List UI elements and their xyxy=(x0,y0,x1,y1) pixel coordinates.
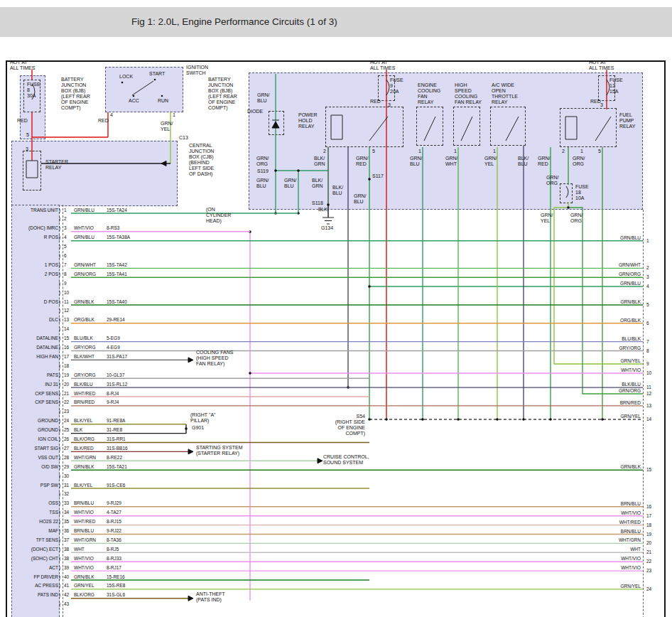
pcm-pin-number: 3 xyxy=(64,225,67,230)
wire-color-label: GRN/BLU xyxy=(74,208,94,213)
right-wire-color-label: GRN/YEL xyxy=(605,414,641,419)
wire-color-label: WHT/VIO xyxy=(74,225,94,230)
pcm-pin-number: 1 xyxy=(64,208,67,213)
high-speed-cooling-fan-relay-box xyxy=(453,107,480,146)
pcm-pin-number: 8 xyxy=(64,272,67,277)
pin-bracket: ) xyxy=(59,354,60,359)
pcm-pin-number: 24 xyxy=(64,418,69,423)
label-red3: RED xyxy=(370,99,381,104)
fuel-pump-relay-box xyxy=(560,108,617,147)
pin-bracket: ) xyxy=(59,336,60,340)
right-wire-color-label: BRN/BLU xyxy=(605,501,641,506)
label-bjb1: BATTERY JUNCTION BOX (BJB) (LEFT REAR OF… xyxy=(61,77,90,111)
pcm-pin-number: 4 xyxy=(64,235,67,240)
label-start: START xyxy=(149,71,165,77)
engine-cooling-fan-relay-box xyxy=(416,107,443,146)
label-w-grnyel1: GRN/ YEL xyxy=(484,156,497,167)
label-w-blkgrn2: BLK/ GRN xyxy=(312,178,323,189)
circuit-number-label: 9-RJ29 xyxy=(107,500,121,505)
label-red1: RED xyxy=(17,118,28,124)
pcm-pin-number: 18 xyxy=(64,363,69,368)
label-pin1b: 1 xyxy=(418,149,421,154)
circuit-number-label: 9-RJ4 xyxy=(107,399,119,404)
label-pin2a: 2 xyxy=(323,149,326,154)
pin-bracket: ) xyxy=(59,556,60,561)
pcm-pin-group-label: O/D SW xyxy=(13,464,58,469)
label-s118: S118 xyxy=(312,200,323,206)
fuse18-box xyxy=(560,183,573,203)
pin-bracket: ) xyxy=(59,208,60,213)
pcm-pin-number: 41 xyxy=(64,583,69,588)
pcm-pin-number: 23 xyxy=(64,409,69,414)
pcm-pin-group-label: ACT xyxy=(13,565,58,570)
pin-bracket: ) xyxy=(59,326,60,331)
right-pin-number: 7 xyxy=(646,339,649,344)
wire-color-label: BLK/RED xyxy=(74,446,94,451)
label-cooling-fans: COOLING FANS (HIGH SPEED FAN RELAY) xyxy=(196,350,234,367)
pin-bracket: ) xyxy=(59,473,60,478)
circuit-number-label: 31-RE8 xyxy=(107,427,122,432)
right-wire-color-label: BLK/BLU xyxy=(605,382,641,387)
right-pin-number: 16 xyxy=(646,504,651,509)
pin-bracket: ) xyxy=(59,565,60,570)
right-pin-number: 23 xyxy=(646,568,651,573)
pin-bracket: ) xyxy=(59,253,60,258)
wire-color-label: WHT/RED xyxy=(74,391,95,396)
circuit-number-label: 31S-BB16 xyxy=(107,446,128,451)
wire-color-label: BRN/RED xyxy=(74,399,94,404)
label-pin5c: 5 xyxy=(598,149,601,154)
pcm-pin-number: 34 xyxy=(64,510,69,515)
right-wire-color-label: GRN/BLU xyxy=(605,235,641,240)
circuit-number-label: 9-RJ22 xyxy=(107,528,121,533)
right-pin-number: 12 xyxy=(646,391,651,396)
label-hot3: HOT AT ALL TIMES xyxy=(589,60,614,71)
circuit-number-label: 15S-RE8 xyxy=(107,583,125,588)
right-wire-color-label: WHT/GRN xyxy=(605,537,641,542)
power-hold-relay-box xyxy=(325,107,403,147)
pin-bracket: ) xyxy=(59,290,60,295)
label-starter-relay: STARTER RELAY xyxy=(45,159,68,171)
label-w-grnorg2: GRN/ ORG xyxy=(573,156,585,167)
ignition-switch-region xyxy=(105,67,183,112)
right-wire-color-label: GRY/ORG xyxy=(605,345,641,350)
label-lock: LOCK xyxy=(119,74,133,80)
right-pin-number: 17 xyxy=(646,513,651,518)
pin-bracket: ) xyxy=(59,427,60,432)
pcm-pin-group-label: TSS xyxy=(13,510,58,515)
pcm-pin-group-label: OSS xyxy=(13,500,58,505)
pin-bracket: ) xyxy=(59,244,60,249)
pcm-pin-group-label: TFT SENS xyxy=(13,537,58,542)
label-acc: ACC xyxy=(129,98,139,104)
pin-bracket: ) xyxy=(59,225,60,230)
label-w-grnorg3: GRN/ ORG xyxy=(546,175,559,186)
right-wire-color-label: GRN/YEL xyxy=(605,358,641,363)
label-g901: G901 xyxy=(192,425,204,431)
wire-color-label: GRN/BLU xyxy=(74,235,94,240)
pcm-pin-number: 38 xyxy=(64,556,69,561)
pin-bracket: ) xyxy=(59,483,60,488)
wiring-diagram: HOT AT ALL TIMESFUSE 8 30ABATTERY JUNCTI… xyxy=(0,0,672,617)
label-w-grnblu1: GRN/ BLU xyxy=(410,156,423,167)
label-g134: G134 xyxy=(321,225,333,231)
pin-bracket: ) xyxy=(59,345,60,350)
pcm-pin-group-label: AC PRESS xyxy=(13,583,58,588)
wire-color-label: WHT/RED xyxy=(74,519,95,524)
label-diode: DIODE xyxy=(247,109,263,114)
label-power-hold: POWER HOLD RELAY xyxy=(298,112,317,129)
label-w-grnorg1: GRN/ ORG xyxy=(256,156,269,167)
diode-box xyxy=(269,111,284,135)
circuit-number-label: 15S-TA42 xyxy=(107,262,127,267)
wire-color-label: GRY/ORG xyxy=(74,345,96,350)
pcm-pin-number: 11 xyxy=(64,299,69,304)
right-wire-color-label: BRN/RED xyxy=(605,400,641,405)
right-wire-color-label: WHT/VIO xyxy=(605,510,641,515)
pcm-pin-group-label: R POS xyxy=(13,235,58,240)
label-w-grnyel2: GRN/ YEL xyxy=(541,213,553,224)
circuit-number-label: 15S-TA21 xyxy=(107,464,127,469)
label-w-grnred1: GRN/ RED xyxy=(356,156,369,167)
pcm-pin-group-label: DATALINE xyxy=(13,336,58,340)
pcm-pin-number: 15 xyxy=(64,336,69,340)
label-pin3a: 3 xyxy=(26,146,28,152)
pin-bracket: ) xyxy=(59,363,60,368)
right-wire-color-label: WHT/VIO xyxy=(605,367,641,372)
